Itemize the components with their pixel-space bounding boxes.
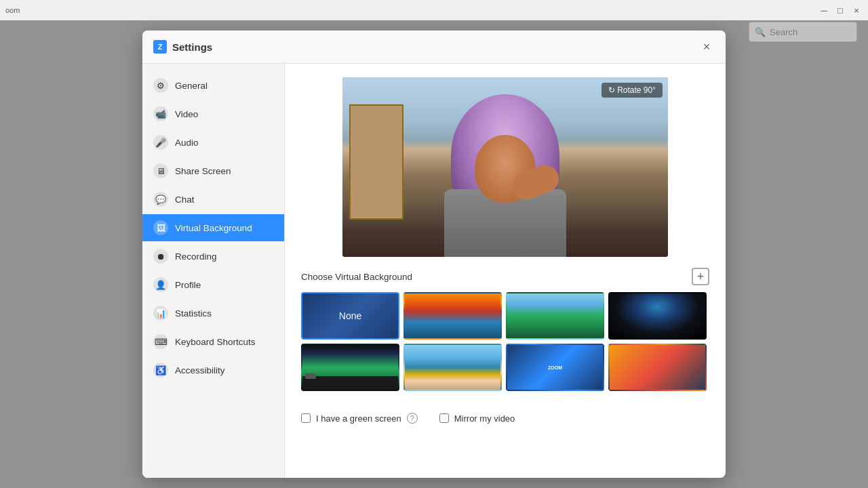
sidebar-item-video[interactable]: 📹 Video [142,100,284,127]
vbg-space[interactable] [608,292,707,340]
none-label: None [339,310,361,321]
taskbar: oom ─ □ × [0,0,868,20]
dialog-header: Z Settings × [142,30,726,64]
sidebar-item-profile[interactable]: 👤 Profile [142,271,284,298]
person [431,87,580,257]
share-screen-icon: 🖥 [153,163,168,178]
taskbar-app-name: oom [5,6,20,14]
sidebar-label-general: General [175,81,208,91]
zoom-icon: Z [153,40,167,54]
vbg-grid: None None [301,292,709,391]
add-background-button[interactable]: + [692,268,709,285]
sidebar-item-recording[interactable]: ⏺ Recording [142,243,284,270]
sidebar-item-share-screen[interactable]: 🖥 Share Screen [142,157,284,184]
vbg-beach[interactable] [403,344,502,391]
sidebar-label-keyboard-shortcuts: Keyboard Shortcuts [175,337,256,347]
video-icon: 📹 [153,106,168,121]
sidebar-label-chat: Chat [175,195,195,205]
accessibility-icon: ♿ [153,363,168,378]
dialog-body: ⚙ General 📹 Video 🎤 Audio 🖥 Share Screen [142,64,726,478]
video-preview-wrapper: ↻ Rotate 90° [301,77,709,257]
vbg-golden-gate[interactable] [403,292,502,340]
close-button[interactable]: × [698,39,715,55]
chat-icon: 💬 [153,192,168,207]
sidebar-label-audio: Audio [175,138,199,148]
green-screen-checkbox-label[interactable]: I have a green screen ? [301,413,418,424]
mirror-video-label: Mirror my video [454,413,515,424]
sidebar-label-profile: Profile [175,280,201,290]
vbg-aurora[interactable] [301,344,399,391]
mirror-video-checkbox-label[interactable]: Mirror my video [439,413,515,424]
virtual-background-icon: 🖼 [153,220,168,235]
vbg-section-title: Choose Virtual Background [301,272,412,282]
statistics-icon: 📊 [153,306,168,321]
plus-icon: + [697,270,705,284]
minimize-button[interactable]: ─ [818,4,830,16]
recording-icon: ⏺ [153,249,168,264]
sidebar-label-virtual-background: Virtual Background [175,223,252,233]
checkboxes-row: I have a green screen ? Mirror my video [301,402,709,429]
vbg-grass[interactable] [506,292,604,340]
sidebar-label-share-screen: Share Screen [175,166,231,176]
audio-icon: 🎤 [153,135,168,150]
sidebar-label-recording: Recording [175,251,217,262]
sidebar-item-accessibility[interactable]: ♿ Accessibility [142,357,284,384]
vbg-chooser: Choose Virtual Background + None None [301,268,709,391]
sidebar-label-video: Video [175,109,198,119]
dialog-title-row: Z Settings [153,40,212,54]
modal-overlay: Z Settings × ⚙ General 📹 Video 🎤 Audio [0,20,868,488]
sidebar-item-statistics[interactable]: 📊 Statistics [142,300,284,327]
taskbar-close-button[interactable]: × [850,4,863,16]
settings-dialog: Z Settings × ⚙ General 📹 Video 🎤 Audio [142,30,726,478]
sidebar-item-audio[interactable]: 🎤 Audio [142,129,284,156]
vbg-none[interactable]: None None [301,292,399,340]
sidebar-label-accessibility: Accessibility [175,365,225,375]
vbg-mobile[interactable] [608,344,707,391]
sidebar-label-statistics: Statistics [175,308,212,319]
green-screen-help-icon[interactable]: ? [407,413,418,424]
maximize-button[interactable]: □ [834,4,846,16]
sidebar-item-virtual-background[interactable]: 🖼 Virtual Background [142,214,284,241]
sidebar-item-keyboard-shortcuts[interactable]: ⌨ Keyboard Shortcuts [142,328,284,355]
sidebar-item-general[interactable]: ⚙ General [142,72,284,99]
video-preview: ↻ Rotate 90° [342,77,668,257]
green-screen-checkbox[interactable] [301,413,311,423]
dialog-title: Settings [172,41,212,53]
main-content: ↻ Rotate 90° Choose Virtual Background + [285,64,726,478]
vbg-header: Choose Virtual Background + [301,268,709,285]
sidebar: ⚙ General 📹 Video 🎤 Audio 🖥 Share Screen [142,64,285,478]
sidebar-item-chat[interactable]: 💬 Chat [142,186,284,213]
taskbar-controls: ─ □ × [818,4,863,16]
vbg-tech[interactable]: ZOOM [506,344,604,391]
room-wardrobe [349,104,403,220]
rotate-button[interactable]: ↻ Rotate 90° [601,83,663,98]
profile-icon: 👤 [153,277,168,292]
green-screen-label: I have a green screen [316,413,401,424]
mirror-video-checkbox[interactable] [439,413,449,423]
general-icon: ⚙ [153,78,168,93]
keyboard-shortcuts-icon: ⌨ [153,334,168,349]
